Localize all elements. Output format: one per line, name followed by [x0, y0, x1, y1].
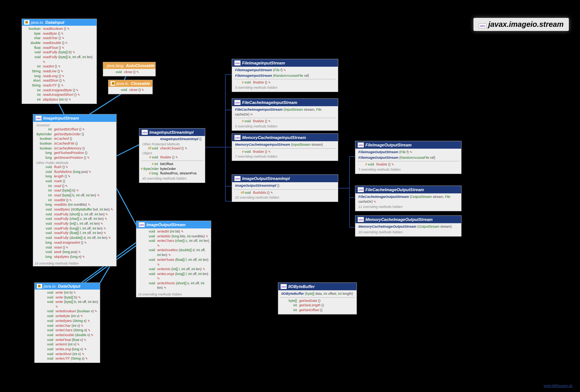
method-row: voidwriteShort (int v) ✎: [36, 352, 98, 357]
method-row: voidwriteChar (int v) ✎: [36, 323, 98, 328]
header-autocloseable: java.lang.AutoCloseable: [103, 62, 155, 69]
method-row: charreadChar () ✎: [23, 36, 95, 41]
method-row: voidreadFully (byte[] b, int off, int le…: [23, 55, 95, 64]
method-row: longreadUnsignedInt () ✎: [35, 240, 115, 245]
method-row: intget/setBitOffset () ✎: [35, 127, 115, 132]
method-row: voidwrite (byte[] b, int off, int len) ✎: [36, 300, 98, 309]
method-row: booleanreadBoolean () ✎: [23, 26, 95, 31]
method-row: StringreadUTF () ✎: [23, 83, 95, 88]
method-row: voidwriteDouble (double v) ✎: [36, 333, 98, 338]
method-row: #voidfinalize () ✎: [357, 162, 460, 167]
method-row: intread (byte[] b, int off, int len) ✎: [35, 193, 115, 198]
method-row: voidwriteBits (long bits, int numBits) ✎: [138, 234, 209, 239]
method-row: #fvoidcheckClosed () ✎: [141, 146, 203, 151]
method-row: voidwriteBit (int bit) ✎: [138, 229, 209, 234]
method-row: #voidfinalize () ✎: [234, 119, 336, 124]
class-fileimageinputstream: stmFileImageInputStream FileImageInputSt…: [232, 59, 338, 92]
method-row: booleanisCachedMemory (): [35, 146, 115, 151]
stm-icon: stm: [234, 176, 241, 181]
class-dataoutput: java.io.DataOutput voidwrite (int b) ✎vo…: [34, 282, 100, 363]
method-row: doublereadDouble () ✎: [23, 41, 95, 45]
stm-icon: stm: [142, 130, 148, 135]
method-row: voidwriteLongs (long[] l, int off, int l…: [138, 272, 209, 281]
stm-icon: stm: [234, 60, 241, 66]
method-row: intreadUnsignedByte () ✎: [23, 88, 95, 93]
class-fileimageoutputstream: stmFileImageOutputStream FileImageOutput…: [355, 141, 462, 174]
method-row: voidwriteByte (int v) ✎: [36, 314, 98, 319]
stm-icon: stm: [234, 135, 241, 140]
method-row: intreadInt () ✎: [23, 64, 95, 69]
method-row: voidwriteUTF (String s) ✎: [36, 356, 98, 361]
method-row: voidclose () ✎: [110, 88, 151, 92]
class-filecacheimageoutputstream: stmFileCacheImageOutputStream FileCacheI…: [355, 186, 462, 211]
method-row: intskipBytes (int n) ✎: [23, 97, 95, 102]
method-row: ByteOrderget/setByteOrder (): [35, 132, 115, 137]
java-io-icon: [111, 81, 115, 86]
method-row: voidreadFully (char[] c, int off, int le…: [35, 216, 115, 221]
method-row: voidwriteInt (int v) ✎: [36, 342, 98, 347]
footer-link[interactable]: www.falkhausen.de: [543, 384, 573, 388]
stm-icon: stm: [139, 222, 145, 227]
method-row: shortreadShort () ✎: [23, 78, 95, 83]
method-row: voidflush () ✎: [35, 165, 115, 170]
method-row: intreadUnsignedShort () ✎: [23, 92, 95, 97]
method-row: voidreadFully (byte[] b) ✎: [23, 50, 95, 55]
section-title: Other Public Methods: [35, 160, 115, 165]
package-title: stmjavax.imageio.stream: [473, 18, 569, 31]
class-closeable: java.io.Closeable voidclose () ✎: [108, 80, 153, 94]
method-row: voidreadFully (float[] f, int off, int l…: [35, 231, 115, 235]
method-row: #fvoidflushBits () ✎: [234, 190, 336, 195]
method-row: voidflushBefore (long pos) ✎: [35, 170, 115, 174]
header-imageoutputstream: stm ImageOutputStream: [136, 221, 211, 228]
method-row: #voidfinalize () ✎: [141, 155, 203, 160]
class-imageinputstream: stm ImageInputStream Accessorintget/setB…: [33, 114, 117, 266]
stm-icon: stm: [35, 116, 42, 121]
header-datainput: java.io.DataInput: [22, 19, 96, 26]
stm-icon: stm: [358, 187, 364, 192]
method-row: voidwriteChars (String s) ✎: [36, 328, 98, 333]
method-row: voidmark (): [35, 179, 115, 184]
stm-icon: stm: [358, 142, 364, 148]
class-imageoutputstreamimpl: stmImageOutputStreamImpl ImageOutputStre…: [232, 174, 338, 202]
method-row: voidwriteBytes (String s) ✎: [36, 319, 98, 323]
method-row: StringreadLine () ✎: [23, 69, 95, 74]
method-row: voidreadFully (long[] l, int off, int le…: [35, 226, 115, 231]
method-row: voidwriteFloats (float[] f, int off, int…: [138, 257, 209, 267]
method-row: voidwriteFloat (float v) ✎: [36, 338, 98, 342]
field-row: #intbitOffset: [141, 162, 203, 167]
method-row: byte[]get/setData (): [280, 298, 355, 303]
method-row: voidreadBytes (IIOByteBuffer buf, int le…: [35, 207, 115, 212]
stm-icon: stm: [479, 23, 486, 28]
method-row: floatreadFloat () ✎: [23, 45, 95, 50]
method-row: voidwriteBoolean (boolean v) ✎: [36, 309, 98, 314]
method-row: intget/setLength (): [280, 303, 355, 308]
method-row: booleanisCachedFile (): [35, 141, 115, 146]
section-title: Accessor: [35, 123, 115, 127]
stm-icon: stm: [281, 284, 287, 289]
java-io-icon: [37, 284, 42, 288]
method-row: longreadLong () ✎: [23, 74, 95, 79]
header-closeable: java.io.Closeable: [108, 80, 152, 87]
method-row: longgetStreamPosition () ✎: [35, 155, 115, 160]
class-memorycacheimageoutputstream: stmMemoryCacheImageOutputStream MemoryCa…: [355, 215, 462, 237]
field-row: #longflushedPos, streamPos: [141, 171, 203, 176]
method-row: voidwrite (byte[] b) ✎: [36, 295, 98, 300]
method-row: longlength () ✎: [35, 174, 115, 179]
method-row: longgetFlushedPosition (): [35, 151, 115, 155]
method-row: booleanisCached (): [35, 136, 115, 141]
method-row: voidreset () ✎: [35, 245, 115, 250]
method-row: voidwriteInts (int[] i, int off, int len…: [138, 267, 209, 272]
method-row: voidwriteLong (long v) ✎: [36, 347, 98, 352]
class-autocloseable: java.lang.AutoCloseable voidclose () ✎: [103, 62, 156, 76]
stm-icon: stm: [234, 100, 241, 105]
method-row: intget/setOffset (): [280, 308, 355, 313]
class-iiobytebuffer: stmIIOByteBuffer IIOByteBuffer (byte[] d…: [278, 282, 357, 314]
method-row: ImageInputStreamImpl (): [141, 137, 203, 142]
class-imageoutputstream: stm ImageOutputStream voidwriteBit (int …: [136, 221, 211, 297]
method-row: #voidfinalize () ✎: [234, 80, 336, 85]
field-row: #ByteOrderbyteOrder: [141, 167, 203, 171]
method-row: voidclose () ✎: [105, 70, 154, 75]
java-io-icon: [24, 20, 29, 25]
method-row: intread () ✎: [35, 184, 115, 189]
hidden-note: 16 overriding methods hidden: [33, 261, 116, 266]
